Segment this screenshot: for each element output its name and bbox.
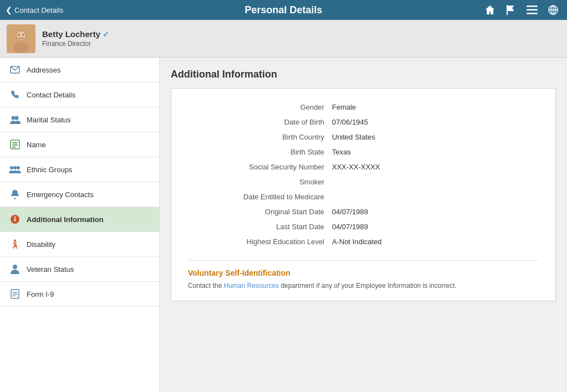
- sidebar-label: Name: [27, 141, 46, 149]
- back-label: Contact Details: [14, 6, 63, 14]
- home-icon[interactable]: [482, 2, 498, 18]
- last-start-label: Last Start Date: [188, 223, 332, 231]
- header-actions: [482, 2, 561, 18]
- veteran-icon: [9, 263, 21, 275]
- phone-icon: [9, 89, 21, 101]
- svg-point-22: [13, 166, 17, 169]
- svg-rect-0: [507, 5, 508, 15]
- section-title: Additional Information: [171, 69, 556, 80]
- smoker-row: Smoker: [188, 174, 539, 189]
- original-start-value: 04/07/1989: [332, 208, 368, 216]
- education-value: A-Not Indicated: [332, 238, 382, 246]
- content-area: Additional Information Gender Female Dat…: [160, 58, 567, 392]
- back-button[interactable]: ❮ Contact Details: [6, 6, 63, 14]
- voluntary-text: Contact the Human Resources department i…: [188, 282, 539, 290]
- birth-state-label: Birth State: [188, 148, 332, 156]
- birth-country-label: Birth Country: [188, 133, 332, 141]
- app-header: ❮ Contact Details Personal Details: [0, 0, 567, 20]
- sidebar-label: Additional Information: [27, 215, 104, 224]
- sidebar-label: Ethnic Groups: [27, 166, 72, 174]
- menu-icon[interactable]: [524, 2, 540, 18]
- sidebar-item-addresses[interactable]: Addresses: [0, 58, 159, 82]
- sidebar-label: Addresses: [27, 66, 60, 74]
- svg-point-29: [16, 244, 17, 245]
- additional-info-card: Gender Female Date of Birth 07/06/1945 B…: [171, 88, 556, 301]
- svg-rect-18: [12, 142, 18, 143]
- sidebar-item-disability[interactable]: Disability: [0, 232, 159, 257]
- sidebar-item-emergency-contacts[interactable]: Emergency Contacts: [0, 182, 159, 207]
- dob-value: 07/06/1945: [332, 118, 368, 126]
- profile-info: Betty Locherty ✓ Finance Director: [42, 29, 109, 48]
- marital-icon: [9, 114, 21, 126]
- ssn-row: Social Security Number XXX-XX-XXXX: [188, 159, 539, 174]
- svg-point-27: [14, 216, 16, 218]
- page-title: Personal Details: [244, 4, 322, 16]
- original-start-label: Original Start Date: [188, 208, 332, 216]
- svg-rect-26: [14, 218, 16, 221]
- globe-icon[interactable]: [545, 2, 561, 18]
- svg-point-30: [13, 265, 17, 269]
- svg-point-13: [23, 34, 24, 35]
- sidebar: Addresses Contact Details Marital Statu: [0, 58, 160, 392]
- svg-rect-3: [527, 13, 538, 14]
- ssn-label: Social Security Number: [188, 163, 332, 171]
- sidebar-label: Veteran Status: [27, 265, 74, 274]
- profile-name: Betty Locherty ✓: [42, 29, 109, 39]
- envelope-icon: [9, 64, 21, 76]
- form-icon: [9, 288, 21, 300]
- additional-info-icon: [9, 213, 21, 225]
- sidebar-item-additional-information[interactable]: Additional Information: [0, 207, 159, 232]
- sidebar-item-contact-details[interactable]: Contact Details: [0, 82, 159, 107]
- name-icon: [9, 138, 21, 151]
- svg-rect-24: [14, 198, 16, 199]
- gender-value: Female: [332, 103, 356, 111]
- ssn-value: XXX-XX-XXXX: [332, 163, 380, 171]
- svg-point-32: [12, 291, 18, 297]
- sidebar-label: Contact Details: [27, 91, 75, 99]
- svg-point-10: [13, 42, 29, 53]
- birth-state-value: Texas: [332, 148, 351, 156]
- svg-point-16: [15, 116, 19, 120]
- sidebar-item-marital-status[interactable]: Marital Status: [0, 107, 159, 132]
- birth-country-row: Birth Country United States: [188, 130, 539, 145]
- profile-role: Finance Director: [42, 40, 109, 48]
- avatar-image: [7, 24, 35, 53]
- svg-point-15: [12, 116, 16, 120]
- medicare-row: Date Entitled to Medicare: [188, 189, 539, 204]
- smoker-label: Smoker: [188, 178, 332, 186]
- last-start-row: Last Start Date 04/07/1989: [188, 219, 539, 234]
- gender-label: Gender: [188, 103, 332, 111]
- medicare-label: Date Entitled to Medicare: [188, 193, 332, 201]
- sidebar-item-veteran-status[interactable]: Veteran Status: [0, 257, 159, 282]
- main-layout: Addresses Contact Details Marital Statu: [0, 58, 567, 392]
- dob-label: Date of Birth: [188, 118, 332, 126]
- info-table: Gender Female Date of Birth 07/06/1945 B…: [188, 100, 539, 249]
- voluntary-title: Voluntary Self-Identification: [188, 269, 539, 277]
- profile-bar: Betty Locherty ✓ Finance Director: [0, 20, 567, 58]
- sidebar-item-ethnic-groups[interactable]: Ethnic Groups: [0, 157, 159, 182]
- sidebar-item-name[interactable]: Name: [0, 132, 159, 157]
- gender-row: Gender Female: [188, 100, 539, 115]
- sidebar-label: Form I-9: [27, 290, 54, 298]
- flag-icon[interactable]: [503, 2, 519, 18]
- svg-point-12: [18, 34, 20, 35]
- svg-rect-2: [527, 9, 538, 11]
- emergency-icon: [9, 188, 21, 200]
- sidebar-item-form-i9[interactable]: Form I-9: [0, 282, 159, 307]
- sidebar-label: Emergency Contacts: [27, 190, 94, 199]
- verified-icon: ✓: [103, 30, 109, 39]
- disability-icon: [9, 238, 21, 250]
- education-row: Highest Education Level A-Not Indicated: [188, 234, 539, 249]
- voluntary-text-before: Contact the: [188, 282, 224, 290]
- original-start-row: Original Start Date 04/07/1989: [188, 204, 539, 219]
- voluntary-text-after: department if any of your Employee Infor…: [279, 282, 457, 290]
- voluntary-section: Voluntary Self-Identification Contact th…: [188, 260, 539, 290]
- ethnic-groups-icon: [9, 163, 21, 176]
- svg-point-23: [17, 166, 20, 169]
- svg-rect-20: [12, 147, 16, 148]
- birth-country-value: United States: [332, 133, 375, 141]
- birth-state-row: Birth State Texas: [188, 145, 539, 159]
- hr-link[interactable]: Human Resources: [224, 282, 279, 290]
- back-arrow-icon: ❮: [6, 6, 12, 14]
- sidebar-label: Marital Status: [27, 116, 70, 124]
